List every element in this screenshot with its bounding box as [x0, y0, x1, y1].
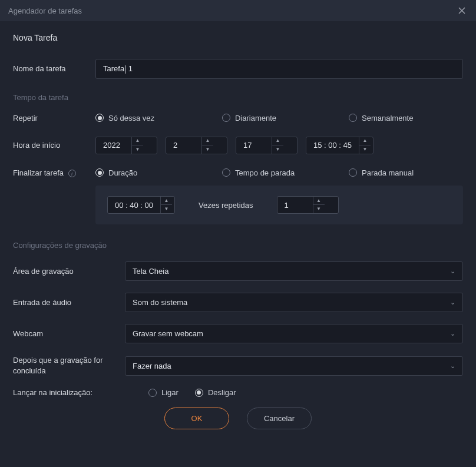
audio-select[interactable]: Som do sistema ⌄ — [125, 293, 463, 312]
rec-area-label: Área de gravação — [13, 267, 125, 276]
month-spinner[interactable]: 2 ▲ ▼ — [166, 137, 227, 154]
spinner-down-icon[interactable]: ▼ — [132, 145, 143, 154]
task-scheduler-dialog: Agendador de tarefas Nova Tarefa Nome da… — [0, 0, 476, 467]
info-icon[interactable]: i — [68, 170, 76, 177]
duration-panel: 00 : 40 : 00 ▲ ▼ Vezes repetidas 1 ▲ ▼ — [95, 186, 463, 224]
duration-spinner[interactable]: 00 : 40 : 00 ▲ ▼ — [107, 196, 175, 214]
end-duration-radio[interactable]: Duração — [95, 168, 222, 177]
chevron-down-icon: ⌄ — [450, 362, 455, 370]
time-spinner[interactable]: 15 : 00 : 45 ▲ ▼ — [306, 137, 373, 154]
radio-icon — [349, 114, 357, 122]
section-recording: Configurações de gravação — [13, 241, 463, 250]
ok-button[interactable]: OK — [164, 408, 229, 429]
day-spinner[interactable]: 17 ▲ ▼ — [236, 137, 298, 154]
radio-icon — [195, 389, 203, 397]
task-name-input[interactable]: Tarefa 1 — [95, 59, 463, 79]
spinner-up-icon[interactable]: ▲ — [272, 137, 283, 145]
repeat-count-spinner[interactable]: 1 ▲ ▼ — [277, 196, 339, 214]
task-name-label: Nome da tarefa — [13, 64, 95, 73]
spinner-down-icon[interactable]: ▼ — [359, 145, 371, 154]
close-icon[interactable] — [456, 5, 468, 16]
dialog-heading: Nova Tarefa — [13, 33, 463, 42]
after-label: Depois que a gravação for concluída — [13, 355, 125, 376]
spinner-up-icon[interactable]: ▲ — [359, 137, 371, 145]
spinner-down-icon[interactable]: ▼ — [161, 205, 172, 213]
spinner-up-icon[interactable]: ▲ — [132, 137, 143, 145]
end-stoptime-radio[interactable]: Tempo de parada — [222, 168, 349, 177]
launch-off-radio[interactable]: Desligar — [195, 388, 236, 397]
spinner-down-icon[interactable]: ▼ — [272, 145, 283, 154]
cancel-button[interactable]: Cancelar — [247, 408, 312, 429]
chevron-down-icon: ⌄ — [450, 330, 455, 337]
rec-area-select[interactable]: Tela Cheia ⌄ — [125, 261, 463, 281]
repeat-once-radio[interactable]: Só dessa vez — [95, 114, 222, 122]
repeat-daily-radio[interactable]: Diariamente — [222, 114, 349, 122]
radio-icon — [95, 114, 104, 122]
start-time-label: Hora de início — [13, 141, 95, 150]
repeat-label: Repetir — [13, 114, 95, 122]
window-title: Agendador de tarefas — [8, 6, 82, 15]
spinner-up-icon[interactable]: ▲ — [202, 137, 213, 145]
titlebar: Agendador de tarefas — [0, 0, 476, 21]
chevron-down-icon: ⌄ — [450, 299, 455, 306]
repeat-weekly-radio[interactable]: Semanalmente — [349, 114, 463, 122]
year-spinner[interactable]: 2022 ▲ ▼ — [95, 137, 157, 154]
chevron-down-icon: ⌄ — [450, 267, 455, 275]
repeat-count-label: Vezes repetidas — [199, 201, 253, 210]
webcam-select[interactable]: Gravar sem webcam ⌄ — [125, 324, 463, 343]
spinner-down-icon[interactable]: ▼ — [202, 145, 213, 154]
text-cursor — [125, 65, 125, 74]
audio-label: Entrada de áudio — [13, 298, 125, 307]
radio-icon — [222, 168, 230, 177]
section-task-time: Tempo da tarefa — [13, 93, 463, 102]
launch-label: Lançar na inicialização: — [13, 388, 125, 397]
spinner-up-icon[interactable]: ▲ — [313, 197, 325, 205]
radio-icon — [95, 168, 104, 177]
launch-on-radio[interactable]: Ligar — [148, 388, 178, 397]
after-select[interactable]: Fazer nada ⌄ — [125, 356, 463, 376]
end-manual-radio[interactable]: Parada manual — [349, 168, 463, 177]
radio-icon — [222, 114, 230, 122]
webcam-label: Webcam — [13, 329, 125, 338]
spinner-down-icon[interactable]: ▼ — [313, 205, 325, 213]
radio-icon — [148, 389, 157, 397]
radio-icon — [349, 168, 357, 177]
end-task-label: Finalizar tarefa i — [13, 168, 95, 178]
spinner-up-icon[interactable]: ▲ — [161, 197, 172, 205]
